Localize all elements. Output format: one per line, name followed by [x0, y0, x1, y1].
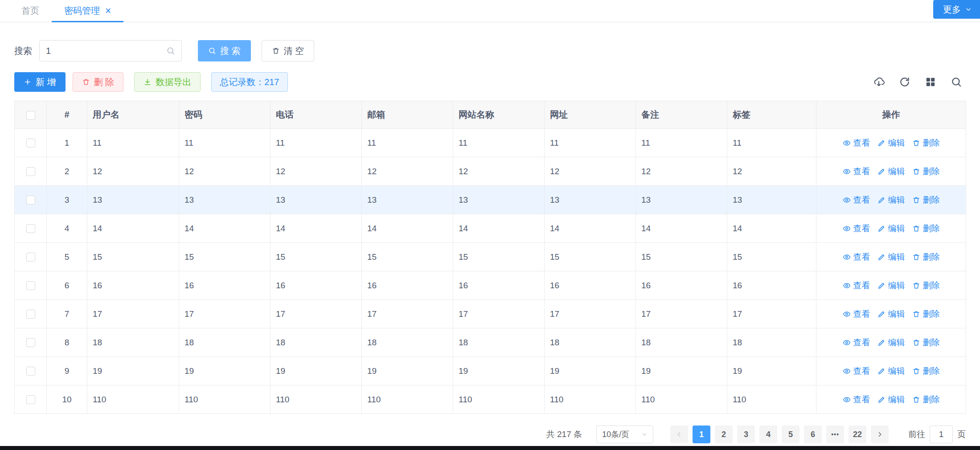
- chevron-down-icon: [965, 6, 972, 13]
- row-checkbox[interactable]: [26, 395, 35, 404]
- delete-link[interactable]: 删除: [912, 251, 940, 263]
- page-button-1[interactable]: 1: [693, 425, 710, 443]
- edit-pencil-icon: [877, 282, 886, 290]
- plus-icon: [24, 78, 32, 86]
- refresh-icon[interactable]: [899, 76, 910, 88]
- row-checkbox[interactable]: [26, 367, 35, 376]
- trash-icon: [912, 168, 920, 176]
- search-icon[interactable]: [951, 76, 962, 88]
- row-checkbox[interactable]: [26, 338, 35, 347]
- edit-link[interactable]: 编辑: [877, 223, 905, 234]
- search-button[interactable]: 搜 索: [198, 40, 251, 61]
- row-checkbox[interactable]: [26, 139, 35, 147]
- delete-link[interactable]: 删除: [912, 365, 940, 377]
- view-link[interactable]: 查看: [843, 337, 870, 348]
- column-header-remark: 备注: [636, 101, 727, 129]
- goto-page-input[interactable]: [930, 425, 953, 443]
- delete-link[interactable]: 删除: [912, 280, 940, 291]
- page-size-select[interactable]: 10条/页: [596, 425, 653, 443]
- more-button[interactable]: 更多: [933, 0, 980, 19]
- close-icon[interactable]: ×: [105, 6, 111, 16]
- row-checkbox[interactable]: [26, 310, 35, 319]
- trash-icon: [272, 47, 280, 55]
- view-link[interactable]: 查看: [843, 194, 870, 206]
- view-link[interactable]: 查看: [843, 394, 870, 405]
- select-all-checkbox[interactable]: [26, 111, 35, 120]
- data-cell: 12: [271, 157, 362, 186]
- add-button-label: 新 增: [36, 76, 56, 88]
- edit-link[interactable]: 编辑: [877, 365, 905, 377]
- tab-home[interactable]: 首页: [9, 0, 52, 22]
- page-button-5[interactable]: 5: [782, 425, 800, 443]
- edit-pencil-icon: [877, 196, 886, 204]
- page-button-6[interactable]: 6: [804, 425, 822, 443]
- edit-pencil-icon: [877, 367, 886, 375]
- view-link[interactable]: 查看: [843, 137, 870, 149]
- add-button[interactable]: 新 增: [14, 72, 66, 92]
- row-checkbox[interactable]: [26, 196, 35, 205]
- view-link[interactable]: 查看: [843, 223, 870, 234]
- row-actions-cell: 查看编辑删除: [816, 129, 966, 157]
- delete-link-label: 删除: [923, 137, 940, 149]
- delete-link[interactable]: 删除: [912, 166, 940, 177]
- delete-link[interactable]: 删除: [912, 137, 940, 149]
- pager-next-button[interactable]: [871, 425, 889, 443]
- edit-link[interactable]: 编辑: [877, 137, 905, 149]
- edit-link-label: 编辑: [888, 137, 905, 149]
- data-cell: 13: [179, 186, 271, 214]
- page-button-3[interactable]: 3: [737, 425, 755, 443]
- eye-icon: [843, 168, 851, 176]
- data-cell: 13: [362, 186, 453, 214]
- delete-link[interactable]: 删除: [912, 394, 940, 405]
- edit-link[interactable]: 编辑: [877, 394, 905, 405]
- trash-icon: [912, 139, 920, 147]
- edit-link[interactable]: 编辑: [877, 251, 905, 263]
- column-header-index: #: [47, 101, 87, 129]
- pager-pages: 123456•••22: [688, 425, 866, 443]
- search-input[interactable]: [46, 46, 166, 56]
- row-checkbox[interactable]: [26, 281, 35, 290]
- page-button-4[interactable]: 4: [759, 425, 777, 443]
- delete-link[interactable]: 删除: [912, 194, 940, 206]
- tab-password-management[interactable]: 密码管理 ×: [52, 0, 123, 22]
- data-cell: 18: [362, 328, 453, 357]
- row-checkbox-cell: [15, 157, 47, 186]
- table-row: 71717171717171717查看编辑删除: [15, 300, 966, 328]
- row-checkbox[interactable]: [26, 253, 35, 262]
- view-link[interactable]: 查看: [843, 166, 870, 177]
- data-cell: 11: [545, 129, 636, 157]
- data-cell: 14: [453, 214, 545, 243]
- export-button[interactable]: 数据导出: [134, 72, 201, 92]
- page-button-2[interactable]: 2: [715, 425, 733, 443]
- delete-link[interactable]: 删除: [912, 308, 940, 320]
- pagination-total: 共 217 条: [546, 429, 582, 440]
- pager-prev-button[interactable]: [670, 425, 688, 443]
- edit-link[interactable]: 编辑: [877, 166, 905, 177]
- row-checkbox[interactable]: [26, 224, 35, 233]
- edit-link[interactable]: 编辑: [877, 337, 905, 348]
- data-cell: 18: [179, 328, 271, 357]
- cloud-download-icon[interactable]: [873, 76, 885, 88]
- clear-button[interactable]: 清 空: [262, 40, 315, 61]
- view-link[interactable]: 查看: [843, 365, 870, 377]
- delete-link[interactable]: 删除: [912, 223, 940, 234]
- row-checkbox[interactable]: [26, 167, 35, 176]
- edit-link[interactable]: 编辑: [877, 194, 905, 206]
- delete-link-label: 删除: [923, 394, 940, 405]
- edit-link[interactable]: 编辑: [877, 308, 905, 320]
- view-link[interactable]: 查看: [843, 251, 870, 263]
- row-checkbox-cell: [15, 243, 47, 271]
- edit-pencil-icon: [877, 310, 886, 318]
- delete-button[interactable]: 删 除: [73, 72, 124, 92]
- edit-link[interactable]: 编辑: [877, 280, 905, 291]
- view-link[interactable]: 查看: [843, 308, 870, 320]
- data-cell: 17: [87, 300, 179, 328]
- column-header-phone: 电话: [271, 101, 362, 129]
- grid-icon[interactable]: [925, 76, 936, 88]
- view-link[interactable]: 查看: [843, 280, 870, 291]
- data-cell: 16: [727, 271, 816, 300]
- delete-link[interactable]: 删除: [912, 337, 940, 348]
- data-cell: 16: [179, 271, 271, 300]
- page-button-22[interactable]: 22: [849, 425, 866, 443]
- pager-more-button[interactable]: •••: [826, 425, 844, 443]
